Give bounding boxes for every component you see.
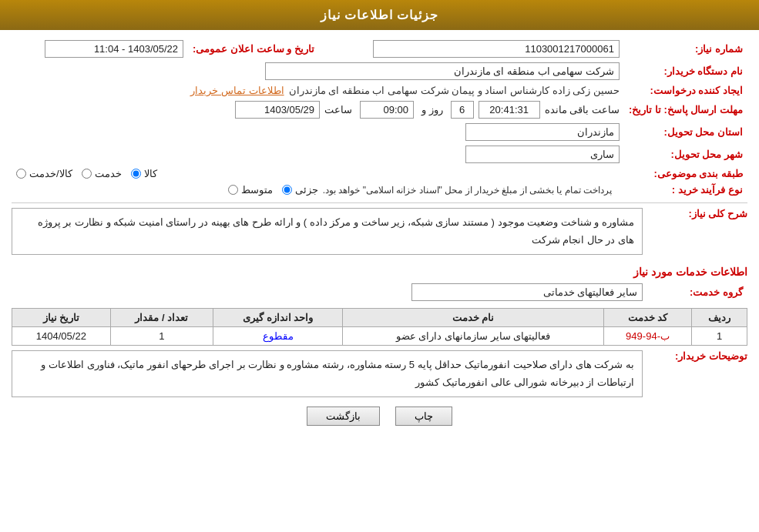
header-title: جزئیات اطلاعات نیاز [321, 8, 439, 22]
mohlat-roz-label: روز و [421, 104, 443, 115]
th-tarikh: تاریخ نیاز [12, 308, 111, 326]
content-area: شماره نیاز: 1103001217000061 تاریخ و ساع… [0, 30, 759, 441]
shahr-value: ساری [465, 146, 620, 163]
divider-1 [12, 202, 747, 203]
table-head: ردیف کد خدمت نام خدمت واحد اندازه گیری ت… [12, 308, 747, 326]
table-body: 1 ب-94-949 فعالیتهای سایر سازمانهای دارا… [12, 326, 747, 345]
th-vahed: واحد اندازه گیری [213, 308, 343, 326]
ijad-label: ایجاد کننده درخواست: [624, 82, 747, 99]
row-shomare: شماره نیاز: 1103001217000061 تاریخ و ساع… [12, 38, 747, 60]
row-nam-dastgah: نام دستگاه خریدار: شرکت سهامی اب منطقه ا… [12, 60, 747, 82]
row-ostan: استان محل تحویل: مازندران [12, 121, 747, 143]
radio-jozii: جزئی [282, 184, 318, 196]
mohlat-saat: 09:00 [360, 101, 414, 119]
sharh-value: مشاوره و شناخت وضعیت موجود ( مستند سازی … [12, 208, 643, 255]
th-radif: ردیف [692, 308, 747, 326]
table-row: 1 ب-94-949 فعالیتهای سایر سازمانهای دارا… [12, 326, 747, 345]
shahr-label: شهر محل تحویل: [624, 143, 747, 166]
tarikh-label: تاریخ و ساعت اعلان عمومی: [188, 38, 319, 60]
cell-tedad: 1 [110, 326, 213, 345]
print-button[interactable]: چاپ [395, 407, 452, 426]
cell-tarikh: 1404/05/22 [12, 326, 111, 345]
ijad-link[interactable]: اطلاعات تماس خریدار [190, 85, 284, 96]
ijad-person: حسین زکی زاده کارشناس اسناد و پیمان شرکت… [289, 85, 620, 96]
radio-kala-khadamat: کالا/خدمت [16, 168, 72, 179]
row-geroh: گروه خدمت: سایر فعالیتهای خدماتی [12, 281, 747, 303]
nam-dastgah-value: شرکت سهامی اب منطقه ای مازندران [265, 62, 620, 80]
ostan-value: مازندران [465, 123, 620, 141]
row-mohlat: مهلت ارسال پاسخ: تا تاریخ: 1403/05/29 سا… [12, 99, 747, 121]
tarikh-value: 1403/05/22 - 11:04 [45, 40, 183, 58]
radio-jozii-input[interactable] [282, 185, 292, 195]
radio-kala-input[interactable] [131, 169, 141, 179]
radio-motavaset-input[interactable] [228, 185, 238, 195]
shomare-value: 1103001217000061 [373, 40, 620, 58]
mohlat-date: 1403/05/29 [235, 101, 320, 119]
radio-kala-khadamat-label: کالا/خدمت [29, 168, 72, 179]
cell-radif: 1 [692, 326, 747, 345]
noe-farayand-label: نوع فرآیند خرید : [624, 182, 747, 198]
radio-kala-label: کالا [144, 168, 157, 179]
radio-khadamat-input[interactable] [82, 169, 92, 179]
cell-vahed: مقطوع [213, 326, 343, 345]
cell-nam: فعالیتهای سایر سازمانهای دارای عضو [343, 326, 603, 345]
mohlat-saat-label: ساعت [324, 104, 352, 115]
ostan-label: استان محل تحویل: [624, 121, 747, 143]
farayand-flex: متوسط جزئی پرداخت تمام یا بخشی از مبلغ خ… [16, 184, 620, 196]
row-shahr: شهر محل تحویل: ساری [12, 143, 747, 166]
services-table: ردیف کد خدمت نام خدمت واحد اندازه گیری ت… [12, 308, 747, 346]
farayand-radio-group: متوسط جزئی [228, 184, 318, 196]
geroh-label: گروه خدمت: [647, 281, 747, 303]
radio-kala-khadamat-input[interactable] [16, 169, 26, 179]
page-header: جزئیات اطلاعات نیاز [0, 0, 759, 30]
radio-motavaset-label: متوسط [241, 184, 273, 196]
sharh-section: شرح کلی نیاز: مشاوره و شناخت وضعیت موجود… [12, 208, 747, 259]
shomare-label: شماره نیاز: [624, 38, 747, 60]
mohlat-baqi: 20:41:31 [479, 101, 540, 119]
row-noe-farayand: نوع فرآیند خرید : متوسط جزئی [12, 182, 747, 198]
th-tedad: تعداد / مقدار [110, 308, 213, 326]
tozihat-value: به شرکت های دارای صلاحیت انفورماتیک حداق… [12, 350, 643, 397]
row-ijad: ایجاد کننده درخواست: حسین زکی زاده کارشن… [12, 82, 747, 99]
radio-jozii-label: جزئی [295, 184, 318, 196]
radio-khadamat-label: خدمت [95, 168, 122, 179]
mohlat-roz: 6 [451, 101, 474, 119]
farayand-note: پرداخت تمام یا بخشی از مبلغ خریدار از مح… [323, 185, 612, 196]
button-row: چاپ بازگشت [12, 407, 747, 433]
mohlat-flex: 1403/05/29 ساعت 09:00 روز و 6 20:41:31 س… [16, 101, 620, 119]
page-wrapper: جزئیات اطلاعات نیاز شماره نیاز: 11030012… [0, 0, 759, 532]
back-button[interactable]: بازگشت [307, 407, 380, 426]
radio-kala: کالا [131, 168, 157, 179]
khadamat-section-title: اطلاعات خدمات مورد نیاز [12, 266, 747, 278]
row-tabaqe: طبقه بندی موضوعی: کالا/خدمت خدمت کالا [12, 166, 747, 182]
geroh-value: سایر فعالیتهای خدماتی [411, 283, 643, 301]
main-form-table: شماره نیاز: 1103001217000061 تاریخ و ساع… [12, 38, 747, 198]
mohlat-baqi-label: ساعت باقی مانده [545, 104, 620, 115]
geroh-table: گروه خدمت: سایر فعالیتهای خدماتی [12, 281, 747, 303]
tozihat-section: توضیحات خریدار: به شرکت های دارای صلاحیت… [12, 350, 747, 397]
nam-dastgah-label: نام دستگاه خریدار: [624, 60, 747, 82]
mohlat-label: مهلت ارسال پاسخ: تا تاریخ: [624, 99, 747, 121]
cell-kod: ب-94-949 [603, 326, 692, 345]
tabaqe-label: طبقه بندی موضوعی: [624, 166, 747, 182]
tozihat-label: توضیحات خریدار: [675, 350, 747, 362]
sharh-label: شرح کلی نیاز: [688, 208, 747, 219]
radio-khadamat: خدمت [82, 168, 122, 179]
th-nam: نام خدمت [343, 308, 603, 326]
radio-motavaset: متوسط [228, 184, 273, 196]
tabaqe-radio-group: کالا/خدمت خدمت کالا [16, 168, 620, 179]
ijad-row-flex: حسین زکی زاده کارشناس اسناد و پیمان شرکت… [16, 85, 620, 96]
table-header-row: ردیف کد خدمت نام خدمت واحد اندازه گیری ت… [12, 308, 747, 326]
th-kod: کد خدمت [603, 308, 692, 326]
